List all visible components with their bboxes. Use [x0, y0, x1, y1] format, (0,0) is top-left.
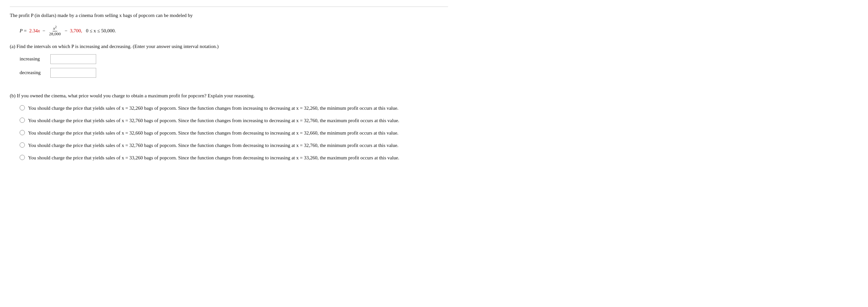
radio-option-text-4: You should charge the price that yields …	[28, 141, 398, 149]
intro-text: The profit P (in dollars) made by a cine…	[10, 13, 193, 18]
radio-button-1[interactable]	[20, 105, 25, 110]
part-a-label: (a) Find the intervals on which P is inc…	[10, 42, 448, 50]
problem-intro: The profit P (in dollars) made by a cine…	[10, 11, 448, 19]
radio-option-5: You should charge the price that yields …	[20, 154, 448, 162]
numerator: x2	[53, 25, 58, 31]
increasing-label: increasing	[20, 56, 46, 62]
radio-option-4: You should charge the price that yields …	[20, 141, 448, 149]
radio-options-container: You should charge the price that yields …	[20, 104, 448, 162]
radio-option-1: You should charge the price that yields …	[20, 104, 448, 112]
fraction: x2 28,000	[49, 25, 61, 37]
domain: 0 ≤ x ≤ 50,000.	[84, 28, 116, 34]
radio-option-3: You should charge the price that yields …	[20, 129, 448, 137]
constant: 3,700,	[70, 28, 83, 34]
denominator: 28,000	[49, 31, 61, 37]
radio-button-4[interactable]	[20, 142, 25, 148]
minus1: −	[41, 28, 46, 34]
increasing-row: increasing	[20, 54, 448, 64]
radio-option-2: You should charge the price that yields …	[20, 116, 448, 125]
decreasing-input[interactable]	[50, 68, 96, 78]
formula: P = 2.34x − x2 28,000 − 3,700, 0 ≤ x ≤ 5…	[20, 25, 448, 37]
radio-option-text-5: You should charge the price that yields …	[28, 154, 399, 162]
radio-button-3[interactable]	[20, 130, 25, 135]
radio-button-2[interactable]	[20, 117, 25, 123]
minus2: −	[63, 28, 69, 34]
increasing-input[interactable]	[50, 54, 96, 64]
coefficient: 2.34x	[28, 28, 40, 34]
radio-button-5[interactable]	[20, 155, 25, 160]
radio-option-text-1: You should charge the price that yields …	[28, 104, 398, 112]
decreasing-label: decreasing	[20, 70, 46, 75]
radio-option-text-3: You should charge the price that yields …	[28, 129, 398, 137]
p-equals: P =	[20, 28, 27, 34]
part-b-label: (b) If you owned the cinema, what price …	[10, 92, 448, 100]
decreasing-row: decreasing	[20, 68, 448, 78]
radio-option-text-2: You should charge the price that yields …	[28, 116, 399, 125]
